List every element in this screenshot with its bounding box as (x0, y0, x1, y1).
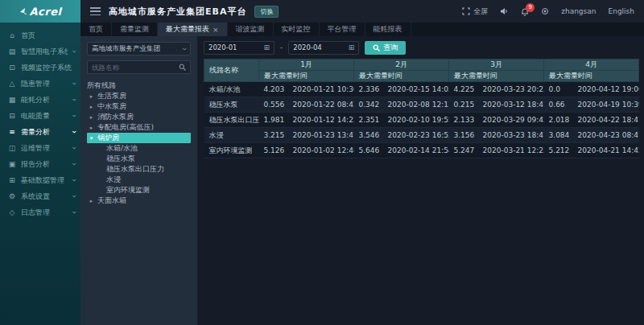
tab-3[interactable]: 最大需量报表× (158, 23, 228, 36)
start-date-picker[interactable]: ⊞ (204, 41, 275, 55)
cell-time: 2020-04-12 19:06:00 (573, 82, 639, 97)
tree-item-label: 室内环境监测 (106, 185, 150, 195)
tree-collapsed-icon[interactable]: ▸ (89, 198, 94, 204)
cell-max-demand: 5.646 (354, 143, 383, 158)
notifications-button[interactable]: 9 (521, 7, 529, 16)
tree-item[interactable]: ▸天面水箱 (87, 195, 191, 206)
tree-root-label: 所有线路 (87, 80, 116, 91)
tree-item[interactable]: 水箱/水池 (87, 143, 191, 154)
table-row: 室内环境监测5.1262020-01-02 12:48:005.6462020-… (204, 143, 639, 158)
sidebar-item-4[interactable]: △隐患管理› (0, 76, 80, 92)
start-date-input[interactable] (208, 43, 263, 51)
cell-max-demand: 5.247 (449, 143, 478, 158)
end-date-input[interactable] (293, 43, 348, 51)
tab-2[interactable]: 需量监测 (112, 23, 158, 36)
tree-collapsed-icon[interactable]: ▸ (89, 104, 94, 110)
tree-collapsed-icon[interactable]: ▸ (89, 125, 94, 131)
notification-count-badge: 9 (526, 3, 535, 12)
chevron-down-icon: › (70, 162, 78, 166)
tree-item-label: 锅炉房 (97, 133, 119, 143)
table-row: 水浸3.2152020-01-23 13:41:003.5462020-02-2… (204, 128, 639, 143)
line-search-input[interactable] (92, 64, 179, 72)
sidebar-item-11[interactable]: ⚙系统设置› (0, 188, 80, 204)
column-header-time: 时间 (478, 71, 544, 82)
sidebar-menu: ⌂首页▤智慧用电子系统›⊡视频监控子系统△隐患管理›▦能耗分析›⊟电能质量›≡需… (0, 23, 80, 325)
header-right: 全屏 9 zhangsan (462, 6, 634, 17)
tab-1[interactable]: 首页 (80, 23, 112, 36)
tree-root-item[interactable]: 所有线路 (87, 80, 191, 91)
gear-icon (541, 7, 549, 15)
tab-label: 实时监控 (282, 24, 311, 35)
fullscreen-icon (462, 7, 470, 15)
sidebar-item-10[interactable]: ⊞基础数据管理› (0, 172, 80, 188)
tree-item[interactable]: ▸生活泵房 (87, 91, 191, 101)
user-menu[interactable]: zhangsan (561, 7, 596, 15)
alarm-sound-button[interactable] (500, 7, 509, 15)
tab-5[interactable]: 实时监控 (274, 23, 320, 36)
tree-item[interactable]: 稳压水泵出口压力 (87, 164, 191, 175)
tree-expanded-icon[interactable]: ▾ (89, 135, 94, 142)
sidebar-item-label: 运维管理 (21, 143, 68, 154)
tree-item[interactable]: 室内环境监测 (87, 185, 191, 195)
sidebar-item-label: 首页 (21, 31, 76, 41)
sidebar-item-2[interactable]: ▤智慧用电子系统› (0, 43, 80, 60)
cell-line-name: 室内环境监测 (204, 143, 259, 158)
header-main: 高地城市服务产业集团EBA平台 切换 全屏 (80, 0, 644, 23)
tab-4[interactable]: 谐波监测 (228, 23, 274, 36)
cell-time: 2020-01-21 10:36:00 (288, 82, 354, 97)
chevron-down-icon: › (70, 114, 78, 117)
tree-item-label: 专配电房(高低压) (97, 122, 154, 133)
tab-7[interactable]: 能耗报表 (365, 23, 411, 36)
cell-time: 2020-03-29 09:43:00 (478, 113, 544, 128)
menu-toggle-icon[interactable] (90, 7, 101, 15)
tree-collapsed-icon[interactable]: ▸ (89, 114, 94, 121)
cell-max-demand: 5.212 (544, 143, 573, 158)
cell-time: 2020-04-23 08:41:00 (573, 128, 639, 143)
cell-time: 2020-02-10 19:55:00 (383, 113, 449, 128)
sidebar-item-12[interactable]: ◇日志管理› (0, 204, 80, 220)
sidebar-item-8[interactable]: ◫运维管理› (0, 140, 80, 156)
sidebar-item-6[interactable]: ⊟电能质量› (0, 108, 80, 124)
cell-time: 2020-02-23 16:53:00 (383, 128, 449, 143)
ops-icon: ◫ (8, 144, 16, 152)
query-button[interactable]: 查询 (365, 41, 406, 55)
sidebar-item-label: 电能质量 (21, 111, 68, 121)
cell-time: 2020-04-19 10:39:00 (573, 97, 639, 113)
language-switch[interactable]: English (609, 7, 635, 15)
tree-item[interactable]: 水浸 (87, 175, 191, 185)
tree-collapsed-icon[interactable]: ▸ (89, 93, 94, 100)
table-row: 稳压水泵0.5562020-01-22 08:43:000.3422020-02… (204, 97, 639, 113)
cell-time: 2020-01-22 08:43:00 (288, 97, 354, 113)
switch-project-button[interactable]: 切换 (254, 6, 279, 18)
sidebar-item-3[interactable]: ⊡视频监控子系统 (0, 60, 80, 76)
tree-item[interactable]: 稳压水泵 (87, 154, 191, 164)
sidebar-item-5[interactable]: ▦能耗分析› (0, 92, 80, 108)
sidebar-item-9[interactable]: ▣报告分析› (0, 156, 80, 172)
cell-max-demand: 0.556 (259, 97, 288, 113)
sidebar-item-1[interactable]: ⌂首页 (0, 27, 80, 43)
tree-item[interactable]: ▾锅炉房 (87, 133, 191, 143)
column-group-month: 1月 (259, 60, 354, 71)
sidebar-item-7[interactable]: ≡需量分析› (0, 124, 80, 140)
chevron-down-icon: › (180, 47, 188, 51)
cell-line-name: 水浸 (204, 128, 259, 143)
sidebar-item-label: 视频监控子系统 (21, 63, 76, 73)
settings-button[interactable] (541, 7, 549, 15)
fullscreen-button[interactable]: 全屏 (462, 6, 488, 17)
end-date-picker[interactable]: ⊞ (288, 41, 359, 55)
cell-time: 2020-03-21 12:23:00 (478, 143, 544, 158)
cell-max-demand: 4.203 (259, 82, 288, 97)
tab-6[interactable]: 平台管理 (320, 23, 365, 36)
cell-max-demand: 3.156 (449, 128, 478, 143)
organization-select[interactable]: 高地城市服务产业集团 › (87, 42, 191, 56)
column-group-month: 3月 (449, 60, 544, 71)
tree-item[interactable]: ▸消防水泵房 (87, 112, 191, 122)
logo-text: Acrel (30, 6, 62, 18)
cell-max-demand: 0.66 (544, 97, 573, 113)
tree-item[interactable]: ▸专配电房(高低压) (87, 122, 191, 133)
close-icon[interactable]: × (213, 26, 219, 34)
tree-item[interactable]: ▸中水泵房 (87, 101, 191, 112)
tree-item-label: 水浸 (106, 175, 121, 185)
organization-select-value: 高地城市服务产业集团 (92, 44, 183, 54)
cell-max-demand: 2.351 (354, 113, 383, 128)
